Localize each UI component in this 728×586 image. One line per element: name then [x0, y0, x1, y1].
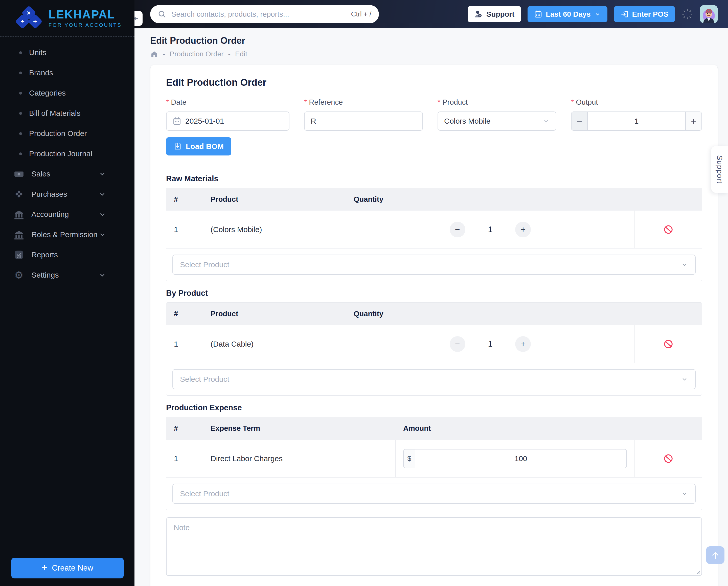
main-content: Edit Production Order - Production Order…: [134, 28, 728, 586]
remove-row-icon[interactable]: [664, 225, 673, 234]
avatar[interactable]: [700, 5, 718, 23]
date-value-input[interactable]: [185, 117, 283, 125]
table-row-quantity: − 1 +: [346, 325, 635, 363]
theme-toggle-button[interactable]: [681, 8, 693, 20]
output-decrement-button[interactable]: −: [572, 112, 588, 130]
raw-materials-heading: Raw Materials: [166, 174, 702, 183]
required-asterisk: *: [166, 98, 169, 106]
table-row-index: 1: [166, 325, 203, 363]
chevron-down-icon: [681, 261, 688, 268]
required-asterisk: *: [571, 98, 574, 106]
date-input[interactable]: [166, 111, 289, 131]
quantity-decrement-button[interactable]: −: [450, 336, 465, 352]
note-textarea[interactable]: [166, 517, 702, 576]
table-row-amount: $: [396, 440, 635, 478]
chevron-down-icon: [681, 376, 688, 383]
sidebar-item-accounting[interactable]: Accounting: [0, 204, 134, 225]
top-bar: Ctrl + / Support Last 60 Days: [134, 0, 728, 28]
date-field-group: *Date: [166, 98, 289, 131]
banknote-icon: [13, 168, 25, 180]
production-expense-section: # Expense Term Amount 1 Direct Labor Cha…: [166, 417, 702, 510]
required-asterisk: *: [304, 98, 307, 106]
table-row-actions: [635, 440, 702, 478]
sidebar-menu: Units Brands Categories Bill of Material…: [0, 37, 134, 285]
calendar-icon: [173, 117, 181, 125]
production-expense-heading: Production Expense: [166, 403, 702, 412]
resize-handle-icon[interactable]: [695, 569, 700, 575]
reference-field-group: *Reference: [304, 98, 423, 131]
top-bar-actions: Support Last 60 Days Enter POS: [468, 5, 728, 23]
sidebar-item-purchases[interactable]: ❖ Purchases: [0, 184, 134, 204]
load-bom-button[interactable]: Load BOM: [166, 137, 231, 155]
table-row-quantity: − 1 +: [346, 210, 635, 249]
sidebar-item-bill-of-materials[interactable]: Bill of Materials: [0, 103, 134, 123]
table-row-expense-term: Direct Labor Charges: [203, 440, 396, 478]
chevron-down-icon: [99, 271, 106, 279]
sidebar-item-units[interactable]: Units: [0, 43, 134, 63]
create-new-button[interactable]: + Create New: [11, 558, 124, 579]
breadcrumb-edit[interactable]: Edit: [235, 50, 247, 58]
card-title: Edit Production Order: [166, 77, 702, 88]
sidebar-item-production-order[interactable]: Production Order: [0, 123, 134, 144]
output-increment-button[interactable]: +: [685, 112, 701, 130]
date-range-button[interactable]: Last 60 Days: [527, 6, 607, 22]
reference-input[interactable]: [311, 117, 416, 125]
search-input[interactable]: [172, 10, 346, 19]
raw-materials-select-product[interactable]: Select Product: [173, 255, 696, 275]
gear-icon: ⚙: [13, 269, 25, 281]
bank-icon: [13, 229, 25, 240]
table-row-index: 1: [166, 440, 203, 478]
chevron-down-icon: [99, 231, 106, 238]
table-row-product: (Colors Mobile): [203, 210, 346, 249]
page-title: Edit Production Order: [150, 35, 718, 46]
quantity-value[interactable]: 1: [488, 339, 493, 349]
note-field: [166, 517, 702, 576]
sidebar-item-brands[interactable]: Brands: [0, 63, 134, 83]
raw-materials-section: # Product Quantity 1 (Colors Mobile) − 1…: [166, 188, 702, 281]
product-field-group: *Product Colors Mobile: [438, 98, 556, 131]
amount-input[interactable]: [415, 450, 626, 468]
enter-pos-button[interactable]: Enter POS: [614, 6, 675, 22]
quantity-increment-button[interactable]: +: [515, 222, 531, 237]
search-bar: Ctrl + /: [150, 5, 379, 23]
table-row-actions: [635, 325, 702, 363]
quantity-decrement-button[interactable]: −: [450, 222, 465, 237]
table-row-product: (Data Cable): [203, 325, 346, 363]
support-tab[interactable]: Support: [711, 146, 728, 193]
support-agent-icon: [474, 10, 483, 19]
sidebar-item-roles-permission[interactable]: Roles & Permission: [0, 225, 134, 245]
product-select[interactable]: Colors Mobile: [438, 111, 556, 131]
quantity-increment-button[interactable]: +: [515, 336, 531, 352]
by-product-select-product[interactable]: Select Product: [173, 369, 696, 389]
login-icon: [621, 10, 629, 18]
remove-row-icon[interactable]: [664, 454, 673, 463]
by-product-section: # Product Quantity 1 (Data Cable) − 1 +: [166, 302, 702, 396]
calendar-icon: [534, 10, 542, 18]
scroll-to-top-button[interactable]: [706, 546, 725, 564]
sidebar-item-sales[interactable]: Sales: [0, 164, 134, 184]
home-icon[interactable]: [150, 50, 158, 58]
sidebar-item-settings[interactable]: ⚙ Settings: [0, 265, 134, 285]
chevron-down-icon: [594, 11, 601, 18]
sidebar-item-production-journal[interactable]: Production Journal: [0, 144, 134, 164]
brand-tagline: FOR YOUR ACCOUNTS: [49, 22, 122, 28]
production-expense-table: # Expense Term Amount 1 Direct Labor Cha…: [166, 417, 702, 478]
diamonds-icon: ❖: [13, 188, 25, 200]
sun-moon-icon: [681, 8, 693, 20]
bank-icon: [13, 209, 25, 220]
sidebar-item-categories[interactable]: Categories: [0, 83, 134, 103]
production-expense-select-product[interactable]: Select Product: [173, 484, 696, 504]
avatar-image: [700, 5, 718, 23]
quantity-value[interactable]: 1: [488, 225, 493, 234]
sidebar-item-reports[interactable]: Reports: [0, 245, 134, 265]
remove-row-icon[interactable]: [664, 339, 673, 349]
output-value-input[interactable]: [588, 112, 685, 130]
breadcrumb-production-order[interactable]: Production Order: [170, 50, 224, 58]
output-field-group: *Output − +: [571, 98, 702, 131]
brand-logo[interactable]: × ÷ + LEKHAPAL FOR YOUR ACCOUNTS: [0, 0, 134, 37]
support-button[interactable]: Support: [468, 6, 521, 22]
table-row-actions: [635, 210, 702, 249]
required-asterisk: *: [438, 98, 440, 106]
bullet-icon: [19, 72, 22, 74]
chevron-down-icon: [543, 118, 550, 125]
